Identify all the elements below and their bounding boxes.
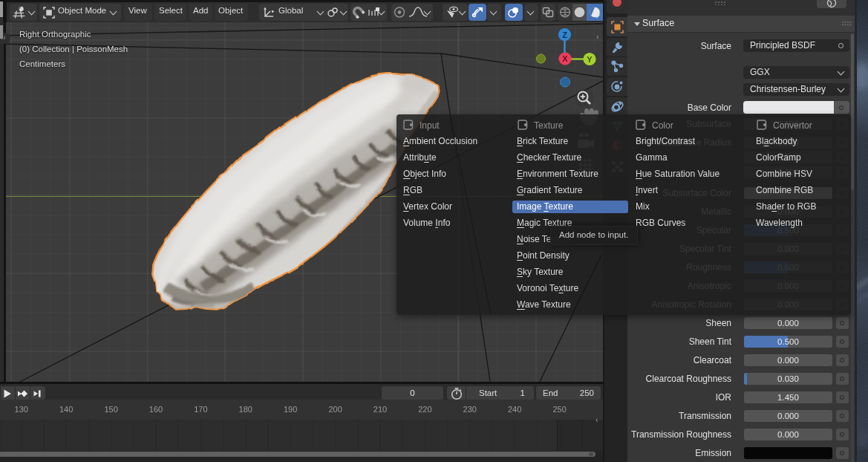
svg-text:Z: Z [562,30,567,39]
svg-text:Y: Y [587,55,593,64]
svg-text:X: X [562,54,568,63]
